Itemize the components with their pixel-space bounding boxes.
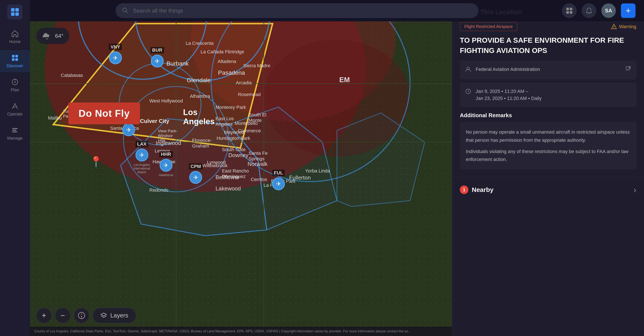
- sidebar-item-discover-label: Discover: [6, 63, 23, 68]
- svg-rect-3: [15, 12, 19, 16]
- layers-icon: [100, 312, 107, 319]
- svg-point-46: [467, 67, 470, 70]
- attribution-text: County of Los Angeles, California State …: [34, 329, 411, 333]
- airport-cpm-icon: ✈: [189, 171, 202, 184]
- svg-rect-6: [12, 58, 14, 61]
- remarks-box: No person may operate a small unmanned a…: [460, 122, 636, 169]
- airport-ful-icon: ✈: [272, 177, 285, 190]
- svg-rect-4: [12, 55, 14, 58]
- sidebar-item-operate[interactable]: Operate: [0, 98, 30, 120]
- svg-rect-0: [11, 8, 14, 12]
- nearby-title: Nearby: [472, 186, 494, 193]
- map-pin: 📍: [90, 156, 102, 168]
- airport-lax-icon: ✈: [136, 149, 148, 161]
- clock-icon: [465, 88, 471, 96]
- svg-rect-5: [15, 55, 18, 58]
- airport-ful[interactable]: FUL ✈: [272, 170, 285, 190]
- do-not-fly-badge: Do Not Fly: [68, 103, 140, 124]
- sidebar-item-discover[interactable]: Discover: [0, 50, 30, 72]
- map-controls: + − Layers: [36, 308, 136, 323]
- airport-hhr-code: HHR: [159, 151, 173, 158]
- right-panel: 1 At This Location ∨ Flight Restricted A…: [452, 0, 644, 336]
- nearby-chevron: ›: [634, 185, 636, 195]
- nearby-section[interactable]: 1 Nearby ›: [452, 177, 644, 202]
- topbar: SA +: [30, 0, 644, 21]
- sidebar-item-home-label: Home: [9, 39, 20, 44]
- svg-rect-17: [566, 8, 569, 10]
- app-logo[interactable]: [7, 4, 22, 20]
- cloud-icon: [42, 31, 52, 41]
- zoom-out-button[interactable]: −: [55, 308, 70, 323]
- time-row: Jan 9, 2025 • 11:20 AM – Jan 23, 2025 • …: [460, 83, 636, 107]
- warning-icon: [611, 24, 617, 30]
- additional-remarks-title: Additional Remarks: [460, 112, 636, 119]
- svg-line-48: [628, 67, 630, 69]
- compass-button[interactable]: [74, 308, 89, 323]
- svg-point-9: [14, 81, 16, 83]
- avatar-initials: SA: [605, 8, 612, 14]
- svg-rect-13: [12, 130, 16, 131]
- airport-hhr-icon: ✈: [160, 159, 172, 172]
- airport-bur-icon: ✈: [151, 55, 164, 68]
- time-range-2: Jan 23, 2025 • 11:20 AM • Daily: [476, 95, 542, 102]
- grid-view-button[interactable]: [562, 4, 576, 18]
- airport-vny-icon: ✈: [109, 52, 122, 64]
- svg-line-16: [126, 11, 128, 13]
- svg-rect-19: [566, 11, 569, 14]
- airport-bur[interactable]: BUR ✈: [150, 47, 164, 68]
- svg-rect-14: [12, 132, 17, 132]
- user-avatar[interactable]: SA: [601, 4, 616, 18]
- at-location-section: 1 At This Location ∨ Flight Restricted A…: [452, 0, 644, 177]
- warning-label: Warning: [619, 24, 636, 30]
- sidebar-item-plan[interactable]: Plan: [0, 74, 30, 96]
- search-icon: [122, 7, 128, 15]
- airport-lax-code: LAX: [136, 141, 148, 147]
- notifications-button[interactable]: [582, 4, 596, 18]
- airport-bur-code: BUR: [150, 47, 164, 53]
- airport-ful-code: FUL: [272, 170, 285, 176]
- topbar-actions: SA +: [562, 4, 636, 18]
- remark-1: No person may operate a small unmanned a…: [466, 128, 630, 144]
- search-input[interactable]: [116, 4, 478, 18]
- nearby-left: 1 Nearby: [460, 185, 494, 194]
- authority-row: Federal Aviation Administration: [460, 61, 636, 79]
- layers-button[interactable]: Layers: [92, 308, 136, 323]
- airport-hhr[interactable]: HHR ✈ Hawthorne: [159, 151, 173, 177]
- airport-vny-code: VNY: [109, 44, 122, 50]
- airport-smo-icon: ✈: [122, 123, 135, 136]
- time-range-1: Jan 9, 2025 • 11:20 AM –: [476, 88, 542, 95]
- svg-rect-18: [570, 8, 572, 10]
- restriction-title: TO PROVIDE A SAFE ENVIRONMENT FOR FIRE F…: [460, 35, 636, 56]
- airport-cpm[interactable]: CPM ✈: [189, 163, 203, 184]
- svg-rect-20: [570, 11, 572, 14]
- sidebar-item-home[interactable]: Home: [0, 26, 30, 48]
- weather-widget: 64°: [36, 28, 69, 44]
- restriction-header: Flight Restricted Airspace Warning: [460, 22, 636, 31]
- sidebar-item-manage[interactable]: Manage: [0, 123, 30, 145]
- sidebar-item-plan-label: Plan: [11, 88, 19, 92]
- airport-vny[interactable]: VNY ✈: [109, 44, 122, 64]
- authority-name: Federal Aviation Administration: [476, 66, 540, 73]
- add-button[interactable]: +: [621, 4, 636, 18]
- authority-icon: [465, 66, 471, 74]
- airport-cpm-code: CPM: [189, 163, 203, 170]
- svg-text:EM: EM: [339, 76, 350, 84]
- nearby-badge: 1: [460, 185, 468, 194]
- svg-rect-7: [15, 58, 18, 61]
- sidebar: Home Discover Plan Operate Manag: [0, 0, 30, 336]
- restriction-type-badge: Flight Restricted Airspace: [460, 22, 517, 31]
- zoom-in-button[interactable]: +: [36, 308, 52, 323]
- layers-label: Layers: [110, 312, 128, 319]
- airport-lax[interactable]: LAX ✈ Los AngelesInternationalAirport: [134, 141, 150, 174]
- svg-rect-12: [12, 128, 18, 129]
- svg-point-45: [614, 28, 614, 28]
- warning-badge: Warning: [611, 24, 636, 30]
- external-link[interactable]: [625, 66, 631, 73]
- restriction-card: Flight Restricted Airspace Warning TO PR…: [460, 22, 636, 169]
- time-text: Jan 9, 2025 • 11:20 AM – Jan 23, 2025 • …: [476, 88, 542, 102]
- remark-2: Individuals violating any of these restr…: [466, 148, 630, 164]
- search-container: [116, 4, 478, 18]
- svg-rect-1: [15, 8, 19, 12]
- svg-rect-47: [626, 67, 630, 70]
- svg-rect-2: [11, 12, 14, 16]
